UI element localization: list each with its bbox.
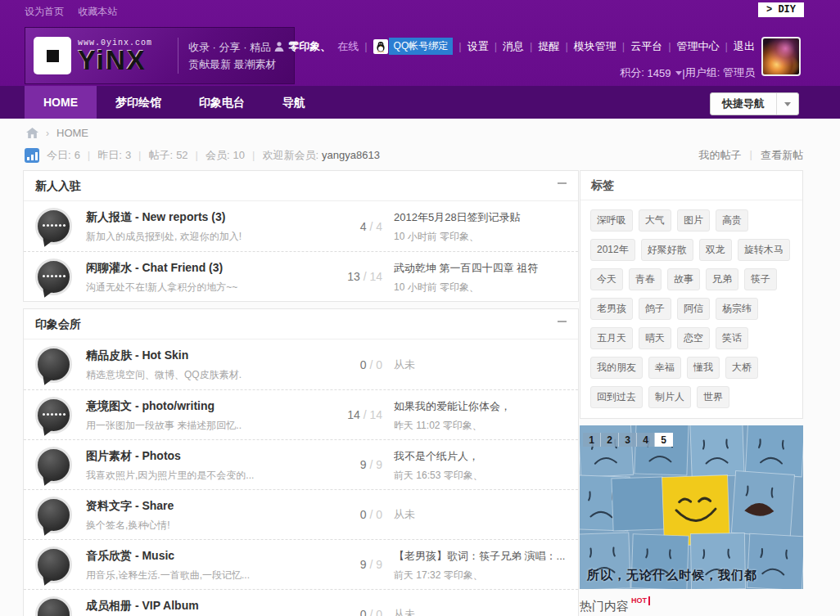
user-link-notices[interactable]: 提醒 — [524, 39, 559, 54]
tag-item[interactable]: 懂我 — [687, 357, 720, 379]
user-link-cloud[interactable]: 云平台 — [616, 39, 662, 54]
user-panel: 零印象、 在线 | QQ帐号绑定 | 设置 消息 提醒 模块管理 云平台 管理中… — [273, 38, 755, 80]
collapse-icon[interactable] — [558, 321, 567, 322]
breadcrumb-home[interactable]: HOME — [56, 127, 88, 139]
main-navbar: HOME 梦印绘馆 印象电台 导航 快捷导航 — [0, 86, 840, 119]
tag-item[interactable]: 故事 — [667, 268, 700, 290]
quick-nav-button[interactable]: 快捷导航 — [710, 92, 799, 115]
carousel-page-3[interactable]: 3 — [619, 433, 637, 447]
user-link-settings[interactable]: 设置 — [467, 39, 489, 54]
stat-yesterday: 3 — [125, 149, 131, 161]
forum-title[interactable]: 新人报道 - New reports (3) — [86, 210, 332, 225]
forum-description: 精选意境空间、微博、QQ皮肤素材. — [86, 368, 332, 382]
tag-item[interactable]: 制片人 — [648, 386, 691, 408]
forum-lastpost: 我不是个纸片人， 前天 16:53 零印象、 — [394, 449, 572, 483]
carousel-page-5[interactable]: 5 — [655, 433, 673, 447]
newest-member-link[interactable]: yangya8613 — [322, 149, 380, 161]
tag-item[interactable]: 笑话 — [716, 327, 748, 349]
forum-title[interactable]: 成员相册 - VIP Album — [86, 599, 332, 614]
user-link-module-admin[interactable]: 模块管理 — [559, 39, 616, 54]
qq-penguin-icon — [373, 39, 388, 54]
forum-row-photos: 图片素材 - Photos 我喜欢照片,因为照片里的是不会变的... 99 我不… — [24, 439, 578, 489]
forum-row-hot-skin: 精品皮肤 - Hot Skin 精选意境空间、微博、QQ皮肤素材. 00 从未 — [24, 339, 578, 389]
tag-item[interactable]: 老男孩 — [590, 298, 633, 320]
speech-bubble-icon — [35, 546, 72, 583]
credits-dropdown-icon[interactable] — [675, 71, 682, 79]
qq-bind-button[interactable]: QQ帐号绑定 — [373, 38, 454, 55]
tag-item[interactable]: 今天 — [590, 268, 623, 290]
category-panel-newcomers: 新人入驻 新人报道 - New reports (3) 新加入的成员报到处, 欢… — [23, 170, 579, 302]
lastpost-title[interactable]: 2012年5月28日签到记录贴 — [394, 210, 572, 225]
forum-lastpost: 2012年5月28日签到记录贴 10 小时前 零印象、 — [394, 210, 572, 244]
tag-item[interactable]: 鸽子 — [639, 298, 671, 320]
category-title[interactable]: 印象会所 — [35, 317, 81, 330]
home-icon[interactable] — [26, 128, 38, 138]
tag-item[interactable]: 2012年 — [590, 239, 635, 261]
forum-description: 用音乐,诠释生活.一首歌曲,一段记忆... — [86, 569, 332, 582]
forum-title[interactable]: 音乐欣赏 - Music — [86, 549, 332, 564]
lastpost-title[interactable]: 我不是个纸片人， — [394, 449, 572, 464]
tag-item[interactable]: 深呼吸 — [590, 209, 633, 232]
tag-item[interactable]: 世界 — [697, 386, 729, 408]
forum-title[interactable]: 资料文字 - Share — [86, 499, 332, 514]
diy-button[interactable]: > DIY — [758, 2, 804, 17]
lastpost-title[interactable]: 武动乾坤 第一百四十四章 祖符 — [394, 261, 572, 276]
tag-item[interactable]: 大气 — [639, 209, 671, 232]
nav-tab-home[interactable]: HOME — [25, 86, 97, 119]
nav-tab-radio[interactable]: 印象电台 — [180, 86, 264, 119]
tag-item[interactable]: 大桥 — [725, 357, 758, 379]
carousel-page-1[interactable]: 1 — [583, 433, 601, 447]
lastpost-title: 从未 — [394, 607, 572, 616]
credits-label: 积分: — [620, 65, 644, 80]
tag-item[interactable]: 我的朋友 — [590, 357, 643, 379]
tag-item[interactable]: 恋空 — [677, 327, 710, 349]
forum-title[interactable]: 意境图文 - photo/writing — [86, 399, 332, 414]
tag-item[interactable]: 回到过去 — [590, 386, 643, 408]
forum-description: 我喜欢照片,因为照片里的是不会变的... — [86, 469, 332, 483]
username-link[interactable]: 零印象、 — [288, 39, 331, 54]
site-logo-banner[interactable]: www.0yinx.com YiNX 收录 · 分享 · 精品 贡献最新 最潮素… — [25, 27, 295, 84]
tag-item[interactable]: 五月天 — [590, 327, 633, 349]
tag-item[interactable]: 杨宗纬 — [716, 298, 758, 320]
forum-title[interactable]: 精品皮肤 - Hot Skin — [86, 348, 332, 363]
lastpost-meta: 10 小时前 零印象、 — [394, 230, 572, 244]
tag-item[interactable]: 青春 — [629, 268, 662, 290]
chevron-down-icon[interactable] — [776, 93, 798, 115]
category-panel-club: 印象会所 精品皮肤 - Hot Skin 精选意境空间、微博、QQ皮肤素材. 0… — [23, 308, 579, 616]
tag-item[interactable]: 好聚好散 — [641, 239, 693, 261]
carousel-page-4[interactable]: 4 — [637, 433, 655, 447]
tag-item[interactable]: 双龙 — [699, 239, 732, 261]
set-homepage-link[interactable]: 设为首页 — [25, 6, 64, 17]
lastpost-title[interactable]: 【老男孩】歌词：筷子兄弟 演唱：... — [394, 549, 572, 564]
tag-item[interactable]: 旋转木马 — [738, 239, 790, 261]
speech-bubble-icon — [35, 208, 72, 245]
tag-item[interactable]: 晴天 — [639, 327, 671, 349]
nav-tab-navigation[interactable]: 导航 — [264, 86, 324, 119]
nav-tab-gallery[interactable]: 梦印绘馆 — [97, 86, 180, 119]
user-avatar[interactable] — [761, 37, 801, 76]
category-title[interactable]: 新人入驻 — [35, 179, 81, 192]
image-carousel[interactable]: 1 2 3 4 5 所以，无论什么时候，我们都 — [580, 425, 803, 589]
lastpost-title[interactable]: 如果我的爱能让你体会， — [394, 399, 572, 414]
tag-item[interactable]: 幸福 — [648, 357, 681, 379]
user-link-admin-center[interactable]: 管理中心 — [662, 39, 719, 54]
collapse-icon[interactable] — [558, 182, 567, 184]
user-link-messages[interactable]: 消息 — [489, 39, 524, 54]
view-new-posts-link[interactable]: 查看新帖 — [761, 148, 803, 163]
carousel-pager: 1 2 3 4 5 — [583, 433, 673, 447]
credits-value[interactable]: 1459 — [647, 67, 671, 79]
my-posts-link[interactable]: 我的帖子 — [699, 148, 742, 163]
tag-item[interactable]: 图片 — [677, 209, 710, 232]
tag-item[interactable]: 兄弟 — [706, 268, 738, 290]
forum-title[interactable]: 闲聊灌水 - Chat Friend (3) — [86, 261, 332, 276]
tag-item[interactable]: 阿信 — [677, 298, 710, 320]
tag-item[interactable]: 高贵 — [716, 209, 748, 232]
bookmark-site-link[interactable]: 收藏本站 — [78, 6, 117, 17]
usergroup-value[interactable]: 管理员 — [723, 65, 755, 80]
tag-item[interactable]: 筷子 — [744, 268, 777, 290]
carousel-page-2[interactable]: 2 — [601, 433, 619, 447]
hot-badge: HOT — [631, 596, 647, 605]
tags-panel: 标签 深呼吸 大气 图片 高贵 2012年 好聚好散 双龙 旋转木马 今天 青春… — [580, 170, 803, 419]
forum-title[interactable]: 图片素材 - Photos — [86, 449, 332, 464]
user-link-logout[interactable]: 退出 — [720, 39, 755, 54]
